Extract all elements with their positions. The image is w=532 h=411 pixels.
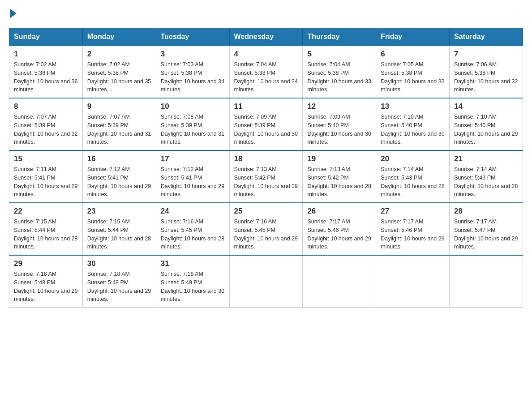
calendar-cell: 9Sunrise: 7:07 AMSunset: 5:39 PMDaylight…	[82, 98, 156, 150]
day-number: 17	[161, 154, 225, 163]
day-number: 14	[454, 102, 518, 111]
day-info: Sunrise: 7:08 AMSunset: 5:39 PMDaylight:…	[161, 113, 225, 146]
day-info: Sunrise: 7:12 AMSunset: 5:41 PMDaylight:…	[87, 165, 151, 199]
day-number: 27	[381, 207, 445, 216]
logo	[9, 9, 17, 19]
calendar-cell: 16Sunrise: 7:12 AMSunset: 5:41 PMDayligh…	[82, 150, 156, 203]
day-info: Sunrise: 7:02 AMSunset: 5:38 PMDaylight:…	[87, 60, 151, 94]
day-number: 9	[87, 102, 151, 111]
day-info: Sunrise: 7:13 AMSunset: 5:42 PMDaylight:…	[234, 165, 298, 199]
weekday-header-thursday: Thursday	[303, 28, 376, 46]
day-info: Sunrise: 7:09 AMSunset: 5:39 PMDaylight:…	[234, 113, 298, 146]
day-number: 18	[234, 154, 298, 163]
calendar-cell: 20Sunrise: 7:14 AMSunset: 5:43 PMDayligh…	[376, 150, 450, 203]
calendar-table: SundayMondayTuesdayWednesdayThursdayFrid…	[9, 28, 523, 308]
day-info: Sunrise: 7:11 AMSunset: 5:41 PMDaylight:…	[14, 165, 78, 199]
page-header	[9, 9, 523, 19]
day-number: 5	[307, 50, 371, 59]
calendar-cell: 19Sunrise: 7:13 AMSunset: 5:42 PMDayligh…	[303, 150, 376, 203]
day-number: 3	[161, 50, 225, 59]
day-number: 24	[161, 207, 225, 216]
day-number: 28	[454, 207, 518, 216]
weekday-header-sunday: Sunday	[9, 28, 83, 46]
day-number: 31	[161, 259, 225, 268]
day-number: 8	[14, 102, 78, 111]
day-number: 23	[87, 207, 151, 216]
day-number: 6	[381, 50, 445, 59]
day-number: 21	[454, 154, 518, 163]
calendar-cell: 28Sunrise: 7:17 AMSunset: 5:47 PMDayligh…	[450, 203, 523, 255]
weekday-header-wednesday: Wednesday	[229, 28, 303, 46]
day-info: Sunrise: 7:18 AMSunset: 5:49 PMDaylight:…	[161, 270, 225, 304]
calendar-cell: 18Sunrise: 7:13 AMSunset: 5:42 PMDayligh…	[229, 150, 303, 203]
day-info: Sunrise: 7:16 AMSunset: 5:45 PMDaylight:…	[161, 218, 225, 251]
day-info: Sunrise: 7:17 AMSunset: 5:46 PMDaylight:…	[307, 218, 371, 251]
calendar-cell: 29Sunrise: 7:18 AMSunset: 5:48 PMDayligh…	[9, 255, 83, 308]
calendar-week-row: 1Sunrise: 7:02 AMSunset: 5:38 PMDaylight…	[9, 46, 523, 98]
day-info: Sunrise: 7:02 AMSunset: 5:38 PMDaylight:…	[14, 60, 78, 94]
day-number: 16	[87, 154, 151, 163]
calendar-cell: 12Sunrise: 7:09 AMSunset: 5:40 PMDayligh…	[303, 98, 376, 150]
calendar-cell: 7Sunrise: 7:06 AMSunset: 5:38 PMDaylight…	[450, 46, 523, 98]
day-info: Sunrise: 7:15 AMSunset: 5:44 PMDaylight:…	[87, 218, 151, 251]
calendar-cell: 25Sunrise: 7:16 AMSunset: 5:45 PMDayligh…	[229, 203, 303, 255]
day-info: Sunrise: 7:04 AMSunset: 5:38 PMDaylight:…	[307, 60, 371, 94]
day-info: Sunrise: 7:18 AMSunset: 5:48 PMDaylight:…	[87, 270, 151, 304]
calendar-header-row: SundayMondayTuesdayWednesdayThursdayFrid…	[9, 28, 523, 46]
calendar-cell: 11Sunrise: 7:09 AMSunset: 5:39 PMDayligh…	[229, 98, 303, 150]
calendar-cell: 31Sunrise: 7:18 AMSunset: 5:49 PMDayligh…	[156, 255, 229, 308]
day-number: 12	[307, 102, 371, 111]
day-number: 13	[381, 102, 445, 111]
day-info: Sunrise: 7:17 AMSunset: 5:47 PMDaylight:…	[454, 218, 518, 251]
calendar-cell: 30Sunrise: 7:18 AMSunset: 5:48 PMDayligh…	[82, 255, 156, 308]
calendar-cell: 15Sunrise: 7:11 AMSunset: 5:41 PMDayligh…	[9, 150, 83, 203]
calendar-cell	[303, 255, 376, 308]
day-number: 15	[14, 154, 78, 163]
day-number: 20	[381, 154, 445, 163]
day-number: 11	[234, 102, 298, 111]
day-info: Sunrise: 7:10 AMSunset: 5:40 PMDaylight:…	[381, 113, 445, 146]
day-info: Sunrise: 7:06 AMSunset: 5:38 PMDaylight:…	[454, 60, 518, 94]
calendar-cell: 14Sunrise: 7:10 AMSunset: 5:40 PMDayligh…	[450, 98, 523, 150]
day-info: Sunrise: 7:05 AMSunset: 5:38 PMDaylight:…	[381, 60, 445, 94]
calendar-cell: 5Sunrise: 7:04 AMSunset: 5:38 PMDaylight…	[303, 46, 376, 98]
weekday-header-monday: Monday	[82, 28, 156, 46]
day-info: Sunrise: 7:15 AMSunset: 5:44 PMDaylight:…	[14, 218, 78, 251]
calendar-cell: 24Sunrise: 7:16 AMSunset: 5:45 PMDayligh…	[156, 203, 229, 255]
calendar-cell: 3Sunrise: 7:03 AMSunset: 5:38 PMDaylight…	[156, 46, 229, 98]
day-number: 10	[161, 102, 225, 111]
calendar-cell	[229, 255, 303, 308]
logo-arrow-icon	[10, 9, 17, 18]
calendar-cell: 2Sunrise: 7:02 AMSunset: 5:38 PMDaylight…	[82, 46, 156, 98]
calendar-cell: 6Sunrise: 7:05 AMSunset: 5:38 PMDaylight…	[376, 46, 450, 98]
day-info: Sunrise: 7:12 AMSunset: 5:41 PMDaylight:…	[161, 165, 225, 199]
calendar-body: 1Sunrise: 7:02 AMSunset: 5:38 PMDaylight…	[9, 46, 523, 308]
calendar-cell: 21Sunrise: 7:14 AMSunset: 5:43 PMDayligh…	[450, 150, 523, 203]
calendar-week-row: 15Sunrise: 7:11 AMSunset: 5:41 PMDayligh…	[9, 150, 523, 203]
calendar-week-row: 8Sunrise: 7:07 AMSunset: 5:39 PMDaylight…	[9, 98, 523, 150]
day-info: Sunrise: 7:14 AMSunset: 5:43 PMDaylight:…	[381, 165, 445, 199]
day-number: 22	[14, 207, 78, 216]
calendar-cell	[450, 255, 523, 308]
day-info: Sunrise: 7:07 AMSunset: 5:39 PMDaylight:…	[87, 113, 151, 146]
day-info: Sunrise: 7:13 AMSunset: 5:42 PMDaylight:…	[307, 165, 371, 199]
calendar-cell: 26Sunrise: 7:17 AMSunset: 5:46 PMDayligh…	[303, 203, 376, 255]
day-number: 1	[14, 50, 78, 59]
day-number: 30	[87, 259, 151, 268]
day-number: 29	[14, 259, 78, 268]
calendar-cell	[376, 255, 450, 308]
calendar-cell: 23Sunrise: 7:15 AMSunset: 5:44 PMDayligh…	[82, 203, 156, 255]
day-number: 19	[307, 154, 371, 163]
day-number: 26	[307, 207, 371, 216]
calendar-cell: 1Sunrise: 7:02 AMSunset: 5:38 PMDaylight…	[9, 46, 83, 98]
calendar-cell: 8Sunrise: 7:07 AMSunset: 5:39 PMDaylight…	[9, 98, 83, 150]
day-info: Sunrise: 7:16 AMSunset: 5:45 PMDaylight:…	[234, 218, 298, 251]
day-info: Sunrise: 7:18 AMSunset: 5:48 PMDaylight:…	[14, 270, 78, 304]
calendar-cell: 13Sunrise: 7:10 AMSunset: 5:40 PMDayligh…	[376, 98, 450, 150]
calendar-cell: 10Sunrise: 7:08 AMSunset: 5:39 PMDayligh…	[156, 98, 229, 150]
calendar-cell: 17Sunrise: 7:12 AMSunset: 5:41 PMDayligh…	[156, 150, 229, 203]
day-info: Sunrise: 7:09 AMSunset: 5:40 PMDaylight:…	[307, 113, 371, 146]
weekday-header-tuesday: Tuesday	[156, 28, 229, 46]
calendar-week-row: 22Sunrise: 7:15 AMSunset: 5:44 PMDayligh…	[9, 203, 523, 255]
day-number: 4	[234, 50, 298, 59]
